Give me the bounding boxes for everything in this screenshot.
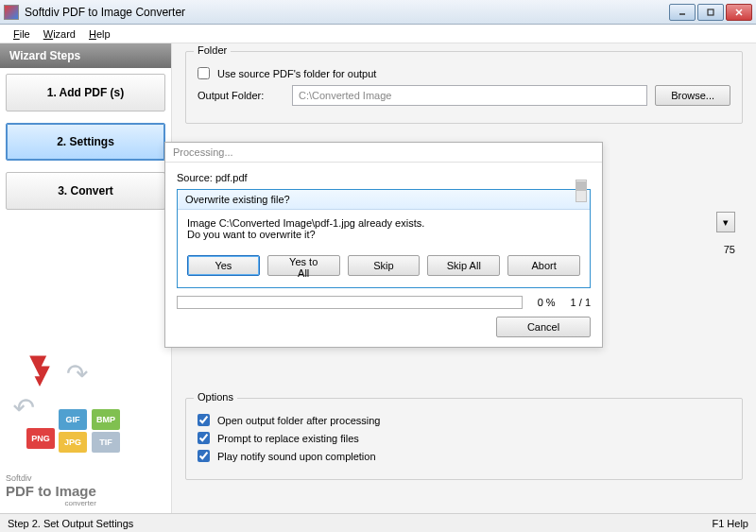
svg-rect-1 [708, 9, 713, 15]
skip-button[interactable]: Skip [348, 255, 421, 276]
sidebar: Wizard Steps 1. Add PDF (s) 2. Settings … [0, 43, 172, 513]
overwrite-line1: Image C:\Converted Image\pdf-1.jpg alrea… [187, 217, 580, 229]
options-legend: Options [194, 391, 237, 403]
options-fieldset: Options Open output folder after process… [185, 398, 743, 480]
cancel-button[interactable]: Cancel [496, 317, 591, 337]
processing-source: Source: pdf.pdf [177, 172, 591, 183]
status-right: F1 Help [712, 518, 748, 529]
menu-help[interactable]: Help [83, 26, 116, 42]
promo-sub: converter [6, 499, 96, 507]
format-png-icon: PNG [26, 428, 55, 449]
step-convert[interactable]: 3. Convert [6, 172, 165, 210]
overwrite-title: Overwrite existing file? [178, 190, 590, 210]
menubar: File Wizard Help [0, 25, 756, 43]
output-folder-label: Output Folder: [198, 90, 284, 101]
sidebar-header: Wizard Steps [0, 43, 171, 68]
menu-wizard[interactable]: Wizard [38, 26, 81, 42]
window-title: Softdiv PDF to Image Converter [25, 6, 669, 19]
processing-dialog: Processing... Source: pdf.pdf Overwrite … [164, 142, 603, 348]
status-left: Step 2. Set Output Settings [8, 518, 133, 529]
scroll-thumb[interactable] [576, 181, 586, 191]
browse-button[interactable]: Browse... [655, 85, 730, 106]
titlebar: Softdiv PDF to Image Converter [0, 0, 756, 25]
scrollbar[interactable] [576, 180, 587, 202]
step-add-pdf[interactable]: 1. Add PDF (s) [6, 74, 165, 112]
yes-button[interactable]: Yes [187, 255, 260, 276]
maximize-button[interactable] [697, 4, 724, 21]
use-source-checkbox[interactable] [198, 67, 210, 79]
arrow-icon: ↷ [13, 392, 35, 423]
statusbar: Step 2. Set Output Settings F1 Help [0, 513, 756, 532]
app-icon [4, 5, 19, 20]
dropdown-toggle[interactable]: ▾ [716, 212, 735, 232]
format-gif-icon: GIF [59, 409, 87, 430]
progress-percent: 0 % [538, 297, 556, 308]
folder-fieldset: Folder Use source PDF's folder for outpu… [185, 51, 743, 124]
yes-all-button[interactable]: Yes to All [267, 255, 340, 276]
format-bmp-icon: BMP [92, 409, 120, 430]
arrow-icon: ↷ [66, 358, 88, 389]
use-source-label: Use source PDF's folder for output [217, 68, 376, 79]
menu-file[interactable]: File [8, 26, 36, 42]
promo-panel: ↷ ↷ PNG GIF JPG BMP TIF Softdiv PDF to I… [0, 343, 171, 513]
promo-title: PDF to Image [6, 483, 96, 499]
format-tif-icon: TIF [92, 432, 120, 453]
adobe-pdf-icon [23, 352, 57, 386]
opt-notify-sound-checkbox[interactable] [198, 450, 210, 462]
opt-open-folder-checkbox[interactable] [198, 414, 210, 426]
promo-brand: Softdiv [6, 473, 96, 483]
folder-legend: Folder [194, 44, 231, 56]
opt-notify-sound-label: Play notify sound upon completion [217, 451, 376, 462]
progress-bar [177, 296, 523, 309]
close-button[interactable] [726, 4, 752, 21]
output-folder-input[interactable] [292, 85, 647, 106]
overwrite-line2: Do you want to overwrite it? [187, 229, 580, 240]
processing-title: Processing... [165, 143, 602, 163]
value-75: 75 [724, 244, 735, 255]
progress-count: 1 / 1 [571, 297, 591, 308]
overwrite-dialog: Overwrite existing file? Image C:\Conver… [177, 189, 591, 288]
format-jpg-icon: JPG [59, 432, 87, 453]
opt-prompt-replace-checkbox[interactable] [198, 432, 210, 444]
abort-button[interactable]: Abort [507, 255, 580, 276]
skip-all-button[interactable]: Skip All [427, 255, 500, 276]
step-settings[interactable]: 2. Settings [6, 123, 165, 161]
opt-open-folder-label: Open output folder after processing [217, 415, 380, 426]
opt-prompt-replace-label: Prompt to replace existing files [217, 433, 359, 444]
minimize-button[interactable] [669, 4, 696, 21]
